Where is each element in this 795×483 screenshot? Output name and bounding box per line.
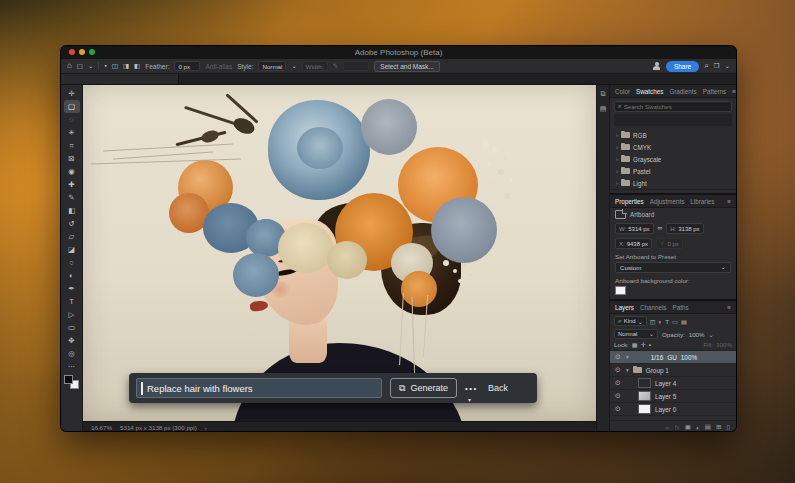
generate-button[interactable]: ⧉ Generate <box>390 378 457 398</box>
tool-marquee[interactable]: ▢ <box>64 100 80 113</box>
adjustment-layer-icon[interactable]: ◐ <box>696 424 700 431</box>
workspace-caret-icon[interactable]: ⌄ <box>725 63 730 70</box>
tool-dodge[interactable]: ◐ <box>64 269 80 282</box>
select-and-mask-button[interactable]: Select and Mask... <box>374 61 439 72</box>
visibility-eye-icon[interactable]: ⊙ <box>614 405 622 413</box>
style-caret-icon[interactable]: ⌄ <box>291 63 296 70</box>
tool-brush[interactable]: ✎ <box>64 191 80 204</box>
x-field[interactable]: X: 9438 px <box>615 238 652 249</box>
add-mask-icon[interactable]: ▣ <box>685 423 691 431</box>
tool-eyedropper[interactable]: ◉ <box>64 165 80 178</box>
lock-position-icon[interactable]: ✛ <box>641 341 646 348</box>
chevron-down-icon[interactable]: ▾ <box>468 396 471 403</box>
y-field[interactable]: Y: 0 px <box>656 238 683 249</box>
tool-move[interactable]: ✛ <box>64 87 80 100</box>
swatches-search-input[interactable] <box>624 103 728 110</box>
width-field[interactable]: W: 5314 px <box>615 223 654 234</box>
tab-channels[interactable]: Channels <box>640 304 667 311</box>
account-avatar[interactable] <box>653 62 661 70</box>
new-group-icon[interactable]: ▤ <box>705 423 711 431</box>
tool-frame[interactable]: ⊠ <box>64 152 80 165</box>
swatch-grid[interactable] <box>614 114 732 126</box>
lock-transparency-icon[interactable]: ▦ <box>632 341 638 348</box>
swatch-folder-grayscale[interactable]: › Grayscale <box>610 153 736 165</box>
feather-input[interactable]: 0 px <box>174 61 200 71</box>
workspace-icon[interactable]: ❐ <box>714 63 720 70</box>
back-button[interactable]: Back <box>488 383 508 393</box>
trash-icon[interactable]: ▯ <box>726 423 730 431</box>
tab-libraries[interactable]: Libraries <box>690 198 714 205</box>
tab-patterns[interactable]: Patterns <box>703 88 726 95</box>
tool-gradient[interactable]: ◪ <box>64 243 80 256</box>
layer-effects-icon[interactable]: fx <box>675 424 680 431</box>
swatch-folder-cmyk[interactable]: › CMYK <box>610 141 736 153</box>
subtract-selection-icon[interactable]: ◨ <box>123 63 129 70</box>
search-icon[interactable]: ⌕ <box>704 62 708 70</box>
swatch-folder-rgb[interactable]: › RGB <box>610 129 736 141</box>
folder-icon[interactable]: ▤ <box>702 192 709 194</box>
intersect-selection-icon[interactable]: ◧ <box>134 63 140 70</box>
tool-shape[interactable]: ▭ <box>64 321 80 334</box>
close-button[interactable] <box>69 49 75 55</box>
lock-all-icon[interactable]: ▪ <box>649 341 651 348</box>
visibility-eye-icon[interactable]: ⊙ <box>614 379 622 387</box>
tool-quick-selection[interactable]: ✳ <box>64 126 80 139</box>
visibility-eye-icon[interactable]: ⊙ <box>614 353 622 361</box>
tool-preset-icon[interactable]: ▢ <box>77 63 83 70</box>
width-input[interactable]: Width: <box>302 61 328 71</box>
opacity-value[interactable]: 100% <box>689 331 705 338</box>
new-swatch-icon[interactable]: ⊞ <box>714 192 720 194</box>
panel-menu-icon[interactable]: ≡ <box>732 88 736 95</box>
home-icon[interactable]: ⌂ <box>67 62 72 70</box>
layer-row-selected[interactable]: ⊙ ▾ 1/16 GU 100% <box>610 351 736 364</box>
tool-type[interactable]: T <box>64 295 80 308</box>
document-tab[interactable] <box>61 74 179 84</box>
tab-swatches[interactable]: Swatches <box>636 88 663 95</box>
filter-adjustment-icon[interactable]: ◐ <box>659 318 663 325</box>
zoom-level[interactable]: 16.67% <box>91 424 112 431</box>
preset-select[interactable]: Custom ⌄ <box>615 262 731 273</box>
layer-row[interactable]: ⊙ Layer 4 <box>610 377 736 390</box>
tool-zoom[interactable]: ◎ <box>64 347 80 360</box>
tab-layers[interactable]: Layers <box>615 304 634 311</box>
layer-row[interactable]: ⊙ Layer 0 <box>610 403 736 416</box>
filter-pixel-icon[interactable]: ◫ <box>650 318 656 325</box>
tool-crop[interactable]: ⌗ <box>64 139 80 152</box>
add-selection-icon[interactable]: ◫ <box>112 63 118 70</box>
title-bar[interactable]: Adobe Photoshop (Beta) <box>61 46 736 59</box>
filter-shape-icon[interactable]: ▭ <box>672 318 678 325</box>
tool-blur[interactable]: ○ <box>64 256 80 269</box>
trash-icon[interactable]: ▯ <box>726 192 730 194</box>
filter-type-icon[interactable]: T <box>665 318 669 325</box>
zoom-button[interactable] <box>89 49 95 55</box>
layer-row-group[interactable]: ⊙ ▾ Group 1 <box>610 364 736 377</box>
swatch-folder-light[interactable]: › Light <box>610 177 736 189</box>
tab-paths[interactable]: Paths <box>673 304 689 311</box>
tool-clone-stamp[interactable]: ◧ <box>64 204 80 217</box>
panel-menu-icon[interactable]: ≡ <box>727 198 731 205</box>
kind-filter-select[interactable]: ⌕ Kind ⌄ <box>614 316 647 326</box>
new-selection-icon[interactable]: ▪ <box>104 63 106 70</box>
link-dimensions-icon[interactable]: ∞ <box>658 225 663 232</box>
tool-eraser[interactable]: ▱ <box>64 230 80 243</box>
link-layers-icon[interactable]: ∞ <box>665 424 670 431</box>
tool-more[interactable]: ⋯ <box>64 360 80 373</box>
new-layer-icon[interactable]: ⊞ <box>716 423 721 431</box>
comments-panel-icon[interactable]: ▤ <box>600 105 607 113</box>
tab-adjustments[interactable]: Adjustments <box>650 198 685 205</box>
blend-mode-select[interactable]: Normal ⌄ <box>614 329 658 339</box>
swatch-folder-pastel[interactable]: › Pastel <box>610 165 736 177</box>
brush-icon[interactable]: ✎ <box>333 63 338 70</box>
panel-menu-icon[interactable]: ≡ <box>727 304 731 311</box>
history-panel-icon[interactable]: ⧉ <box>601 90 606 98</box>
tool-preset-caret-icon[interactable]: ⌄ <box>88 63 93 70</box>
tab-color[interactable]: Color <box>615 88 630 95</box>
style-select[interactable]: Normal <box>258 61 286 71</box>
tool-history-brush[interactable]: ↺ <box>64 217 80 230</box>
more-options-button[interactable]: ••• <box>465 384 478 393</box>
tool-pen[interactable]: ✒ <box>64 282 80 295</box>
tool-lasso[interactable]: ◌ <box>64 113 80 126</box>
tab-properties[interactable]: Properties <box>615 198 644 205</box>
share-button[interactable]: Share <box>666 61 699 72</box>
tool-path-selection[interactable]: ▷ <box>64 308 80 321</box>
